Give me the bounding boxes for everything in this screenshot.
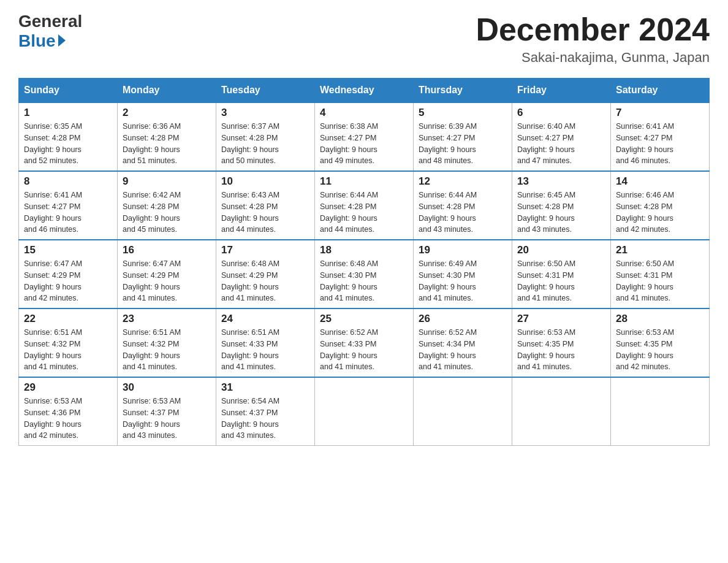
calendar-week-row: 15 Sunrise: 6:47 AM Sunset: 4:29 PM Dayl… [19,240,710,308]
day-number: 25 [320,313,408,325]
table-row: 19 Sunrise: 6:49 AM Sunset: 4:30 PM Dayl… [414,240,512,308]
table-row: 26 Sunrise: 6:52 AM Sunset: 4:34 PM Dayl… [414,308,512,377]
day-info: Sunrise: 6:38 AM Sunset: 4:27 PM Dayligh… [320,121,408,167]
day-number: 22 [24,313,112,325]
day-number: 6 [517,107,605,119]
day-info: Sunrise: 6:40 AM Sunset: 4:27 PM Dayligh… [517,121,605,167]
table-row: 12 Sunrise: 6:44 AM Sunset: 4:28 PM Dayl… [414,171,512,240]
day-number: 15 [24,244,112,256]
col-thursday: Thursday [414,79,512,103]
table-row: 7 Sunrise: 6:41 AM Sunset: 4:27 PM Dayli… [611,102,710,171]
calendar-week-row: 22 Sunrise: 6:51 AM Sunset: 4:32 PM Dayl… [19,308,710,377]
table-row: 18 Sunrise: 6:48 AM Sunset: 4:30 PM Dayl… [315,240,414,308]
table-row: 28 Sunrise: 6:53 AM Sunset: 4:35 PM Dayl… [611,308,710,377]
day-info: Sunrise: 6:53 AM Sunset: 4:37 PM Dayligh… [123,396,211,442]
table-row: 25 Sunrise: 6:52 AM Sunset: 4:33 PM Dayl… [315,308,414,377]
day-number: 7 [616,107,704,119]
table-row: 24 Sunrise: 6:51 AM Sunset: 4:33 PM Dayl… [216,308,315,377]
table-row: 8 Sunrise: 6:41 AM Sunset: 4:27 PM Dayli… [19,171,118,240]
calendar-header-row: Sunday Monday Tuesday Wednesday Thursday… [19,79,710,103]
day-info: Sunrise: 6:50 AM Sunset: 4:31 PM Dayligh… [616,258,704,304]
day-number: 20 [517,244,605,256]
day-info: Sunrise: 6:41 AM Sunset: 4:27 PM Dayligh… [616,121,704,167]
table-row: 31 Sunrise: 6:54 AM Sunset: 4:37 PM Dayl… [216,377,315,446]
table-row: 16 Sunrise: 6:47 AM Sunset: 4:29 PM Dayl… [118,240,216,308]
table-row: 22 Sunrise: 6:51 AM Sunset: 4:32 PM Dayl… [19,308,118,377]
table-row [512,377,611,446]
day-number: 28 [616,313,704,325]
table-row: 17 Sunrise: 6:48 AM Sunset: 4:29 PM Dayl… [216,240,315,308]
table-row: 20 Sunrise: 6:50 AM Sunset: 4:31 PM Dayl… [512,240,611,308]
table-row: 29 Sunrise: 6:53 AM Sunset: 4:36 PM Dayl… [19,377,118,446]
day-number: 29 [24,381,112,394]
logo-general-text: General [18,12,82,31]
day-number: 30 [123,381,211,394]
day-number: 18 [320,244,408,256]
table-row: 5 Sunrise: 6:39 AM Sunset: 4:27 PM Dayli… [414,102,512,171]
day-number: 14 [616,175,704,188]
day-info: Sunrise: 6:43 AM Sunset: 4:28 PM Dayligh… [221,190,309,236]
day-info: Sunrise: 6:47 AM Sunset: 4:29 PM Dayligh… [123,258,211,304]
day-number: 9 [123,175,211,188]
day-number: 11 [320,175,408,188]
calendar-table: Sunday Monday Tuesday Wednesday Thursday… [18,78,710,446]
page-header: General Blue December 2024 Sakai-nakajim… [18,12,710,66]
day-info: Sunrise: 6:49 AM Sunset: 4:30 PM Dayligh… [419,258,507,304]
day-info: Sunrise: 6:53 AM Sunset: 4:35 PM Dayligh… [517,327,605,373]
day-number: 2 [123,107,211,119]
table-row: 4 Sunrise: 6:38 AM Sunset: 4:27 PM Dayli… [315,102,414,171]
day-number: 1 [24,107,112,119]
calendar-week-row: 8 Sunrise: 6:41 AM Sunset: 4:27 PM Dayli… [19,171,710,240]
day-number: 5 [419,107,507,119]
calendar-week-row: 29 Sunrise: 6:53 AM Sunset: 4:36 PM Dayl… [19,377,710,446]
table-row: 27 Sunrise: 6:53 AM Sunset: 4:35 PM Dayl… [512,308,611,377]
day-number: 19 [419,244,507,256]
day-info: Sunrise: 6:47 AM Sunset: 4:29 PM Dayligh… [24,258,112,304]
day-info: Sunrise: 6:46 AM Sunset: 4:28 PM Dayligh… [616,190,704,236]
day-number: 24 [221,313,309,325]
day-number: 8 [24,175,112,188]
calendar-week-row: 1 Sunrise: 6:35 AM Sunset: 4:28 PM Dayli… [19,102,710,171]
day-number: 17 [221,244,309,256]
title-block: December 2024 Sakai-nakajima, Gunma, Jap… [476,12,710,66]
day-info: Sunrise: 6:35 AM Sunset: 4:28 PM Dayligh… [24,121,112,167]
table-row: 10 Sunrise: 6:43 AM Sunset: 4:28 PM Dayl… [216,171,315,240]
col-wednesday: Wednesday [315,79,414,103]
day-info: Sunrise: 6:45 AM Sunset: 4:28 PM Dayligh… [517,190,605,236]
table-row: 1 Sunrise: 6:35 AM Sunset: 4:28 PM Dayli… [19,102,118,171]
table-row: 14 Sunrise: 6:46 AM Sunset: 4:28 PM Dayl… [611,171,710,240]
col-sunday: Sunday [19,79,118,103]
table-row: 2 Sunrise: 6:36 AM Sunset: 4:28 PM Dayli… [118,102,216,171]
day-info: Sunrise: 6:36 AM Sunset: 4:28 PM Dayligh… [123,121,211,167]
table-row: 15 Sunrise: 6:47 AM Sunset: 4:29 PM Dayl… [19,240,118,308]
day-info: Sunrise: 6:54 AM Sunset: 4:37 PM Dayligh… [221,396,309,442]
day-info: Sunrise: 6:48 AM Sunset: 4:29 PM Dayligh… [221,258,309,304]
table-row: 21 Sunrise: 6:50 AM Sunset: 4:31 PM Dayl… [611,240,710,308]
logo-blue-text: Blue [18,31,66,51]
table-row: 9 Sunrise: 6:42 AM Sunset: 4:28 PM Dayli… [118,171,216,240]
day-info: Sunrise: 6:44 AM Sunset: 4:28 PM Dayligh… [320,190,408,236]
day-info: Sunrise: 6:41 AM Sunset: 4:27 PM Dayligh… [24,190,112,236]
day-info: Sunrise: 6:51 AM Sunset: 4:33 PM Dayligh… [221,327,309,373]
table-row [611,377,710,446]
col-tuesday: Tuesday [216,79,315,103]
day-number: 3 [221,107,309,119]
day-info: Sunrise: 6:52 AM Sunset: 4:33 PM Dayligh… [320,327,408,373]
day-info: Sunrise: 6:37 AM Sunset: 4:28 PM Dayligh… [221,121,309,167]
table-row: 13 Sunrise: 6:45 AM Sunset: 4:28 PM Dayl… [512,171,611,240]
table-row [315,377,414,446]
day-info: Sunrise: 6:51 AM Sunset: 4:32 PM Dayligh… [123,327,211,373]
day-number: 12 [419,175,507,188]
day-info: Sunrise: 6:48 AM Sunset: 4:30 PM Dayligh… [320,258,408,304]
table-row: 6 Sunrise: 6:40 AM Sunset: 4:27 PM Dayli… [512,102,611,171]
day-info: Sunrise: 6:42 AM Sunset: 4:28 PM Dayligh… [123,190,211,236]
logo-triangle-icon [58,34,66,47]
day-number: 16 [123,244,211,256]
table-row: 23 Sunrise: 6:51 AM Sunset: 4:32 PM Dayl… [118,308,216,377]
day-number: 27 [517,313,605,325]
day-number: 26 [419,313,507,325]
day-info: Sunrise: 6:53 AM Sunset: 4:36 PM Dayligh… [24,396,112,442]
location-subtitle: Sakai-nakajima, Gunma, Japan [476,50,710,66]
table-row: 30 Sunrise: 6:53 AM Sunset: 4:37 PM Dayl… [118,377,216,446]
table-row: 11 Sunrise: 6:44 AM Sunset: 4:28 PM Dayl… [315,171,414,240]
